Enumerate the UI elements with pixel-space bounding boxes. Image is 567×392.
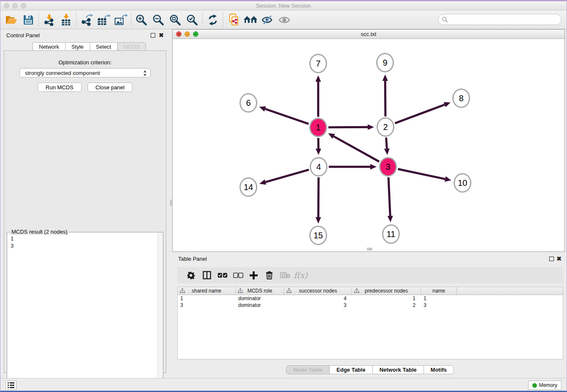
graph-node-1[interactable]: 1 (309, 118, 327, 137)
tab-edge-table[interactable]: Edge Table (329, 365, 372, 374)
table-row[interactable]: 1dominator411 (178, 295, 563, 302)
import-network-button[interactable] (41, 12, 58, 28)
network-frame-titlebar[interactable]: ✕ – + scc.txt (173, 30, 564, 39)
new-network-from-selection-button[interactable] (225, 12, 242, 28)
show-all-button[interactable] (276, 12, 293, 28)
splitter-grip[interactable] (170, 199, 172, 206)
zoom-selected-button[interactable] (184, 12, 201, 28)
search-input[interactable] (438, 14, 561, 25)
graph-node-8[interactable]: 8 (452, 88, 470, 108)
delete-table-button[interactable] (277, 269, 293, 282)
graph-edge-4-15[interactable] (318, 177, 319, 217)
export-table-button[interactable] (95, 12, 112, 28)
graph-edge-2-3[interactable] (386, 138, 387, 149)
graph-node-11[interactable]: 11 (382, 224, 400, 244)
horizontal-splitter-grip[interactable] (367, 248, 372, 251)
hide-selected-button[interactable] (259, 12, 276, 28)
select-all-icon (217, 273, 228, 278)
control-panel-close-button[interactable]: ✖ (159, 32, 164, 39)
select-all-button[interactable] (215, 269, 230, 282)
graph-edge-3-11[interactable] (388, 177, 390, 216)
export-network-icon (80, 14, 93, 26)
table-settings-button[interactable] (183, 269, 199, 282)
optimization-criterion-select[interactable]: strongly connected component (19, 68, 151, 77)
run-mcds-button[interactable]: Run MCDS (38, 83, 82, 92)
tab-mcds[interactable]: MCDS (117, 42, 146, 51)
zoom-in-button[interactable] (133, 12, 150, 28)
graph-edge-arrowhead (259, 106, 266, 111)
network-canvas[interactable]: 1234678910111415 (173, 39, 564, 251)
function-builder-button[interactable]: f(x) (293, 269, 308, 282)
export-network-button[interactable] (78, 12, 95, 28)
node-table-body: 1dominator4113dominator323 (178, 295, 563, 309)
table-cell[interactable]: dominator (236, 302, 284, 309)
zoom-fit-button[interactable] (167, 12, 184, 28)
column-header-shared-name[interactable]: shared name (178, 287, 236, 295)
table-cell[interactable]: 3 (284, 302, 352, 309)
refresh-button[interactable] (204, 12, 221, 28)
task-history-button[interactable] (6, 381, 17, 390)
tab-style[interactable]: Style (65, 42, 90, 51)
graph-edge-3-10[interactable] (398, 169, 445, 179)
table-cell[interactable]: 1 (352, 295, 421, 302)
table-cell[interactable]: 4 (284, 295, 352, 302)
save-floppy-icon (23, 14, 34, 25)
import-network-icon (43, 14, 55, 26)
first-neighbors-button[interactable] (242, 12, 259, 28)
mcds-panel: Optimization criterion: strongly connect… (4, 50, 166, 373)
zoom-out-icon (152, 14, 164, 26)
delete-column-button[interactable] (261, 269, 277, 282)
table-split-view-button[interactable] (199, 269, 215, 282)
tab-select[interactable]: Select (90, 42, 118, 51)
tab-node-table[interactable]: Node Table (286, 365, 330, 374)
control-panel-float-button[interactable] (151, 33, 155, 38)
column-header-MCDS-role[interactable]: MCDS role (236, 287, 284, 295)
graph-edge-1-2[interactable] (328, 127, 368, 127)
tab-network[interactable]: Network (33, 42, 66, 51)
import-table-button[interactable] (58, 12, 74, 28)
graph-node-3[interactable]: 3 (379, 157, 397, 177)
save-session-button[interactable] (20, 12, 37, 28)
column-header-successor-nodes[interactable]: successor nodes (284, 287, 352, 295)
memory-button[interactable]: Memory (528, 381, 561, 390)
graph-edge-arrowhead (445, 177, 451, 182)
result-scrollbar[interactable] (157, 232, 163, 389)
table-cell[interactable]: 1 (421, 295, 457, 302)
table-row[interactable]: 3dominator323 (178, 302, 563, 309)
graph-edge-3-1[interactable] (334, 136, 380, 162)
add-column-button[interactable] (246, 269, 261, 282)
tab-network-table[interactable]: Network Table (372, 365, 424, 374)
graph-edge-2-8[interactable] (395, 105, 444, 123)
deselect-all-button[interactable] (230, 269, 246, 282)
zoom-fit-icon (169, 14, 181, 26)
graph-node-14[interactable]: 14 (239, 177, 257, 197)
open-session-button[interactable] (3, 12, 20, 28)
table-cell[interactable]: dominator (236, 295, 284, 302)
graph-node-2[interactable]: 2 (377, 117, 394, 137)
zoom-out-button[interactable] (150, 12, 167, 28)
table-cell[interactable]: 2 (352, 302, 421, 309)
search-field[interactable] (448, 17, 561, 22)
optimization-criterion-value: strongly connected component (25, 70, 100, 76)
graph-node-9[interactable]: 9 (376, 53, 394, 72)
column-type-icon (180, 288, 185, 293)
table-cell[interactable]: 1 (178, 295, 236, 302)
table-cell[interactable]: 3 (421, 302, 457, 309)
table-panel-float-button[interactable] (549, 257, 554, 261)
graph-edge-2-9[interactable] (385, 81, 385, 116)
graph-node-15[interactable]: 15 (309, 226, 327, 245)
graph-node-10[interactable]: 10 (454, 173, 471, 193)
column-header-predecessor-nodes[interactable]: predecessor nodes (352, 287, 421, 295)
graph-node-4[interactable]: 4 (310, 157, 328, 177)
column-header-name[interactable]: name (421, 287, 457, 295)
graph-edge-4-14[interactable] (265, 170, 309, 182)
graph-node-6[interactable]: 6 (239, 93, 257, 113)
close-panel-button[interactable]: Close panel (88, 83, 133, 92)
graph-edge-1-6[interactable] (265, 109, 309, 124)
table-cell[interactable]: 3 (178, 302, 236, 309)
table-panel-close-button[interactable]: ✖ (556, 255, 561, 262)
network-document-icon (228, 14, 239, 26)
export-image-button[interactable] (112, 12, 129, 28)
graph-node-7[interactable]: 7 (309, 54, 327, 73)
tab-motifs[interactable]: Motifs (424, 365, 454, 374)
